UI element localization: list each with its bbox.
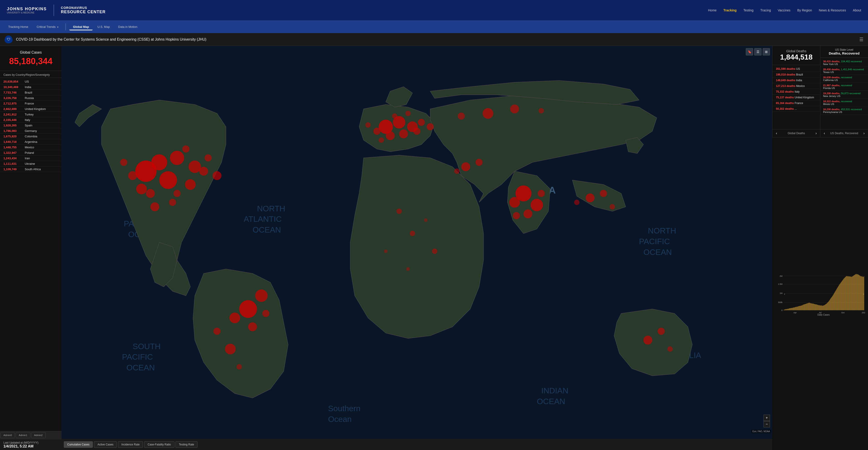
us-deaths: 26,638 deaths, <box>823 76 840 79</box>
nav-about[interactable]: About <box>853 8 861 12</box>
subnav-critical-trends[interactable]: Critical Trends ▾ <box>33 23 62 30</box>
svg-rect-216 <box>862 276 862 310</box>
deaths-nav-label: Global Deaths <box>787 132 805 135</box>
svg-rect-141 <box>810 303 811 310</box>
svg-text:OCEAN: OCEAN <box>253 225 281 234</box>
country-list-item[interactable]: 1,786,083 Germany <box>0 128 62 134</box>
us-prev-arrow[interactable]: ‹ <box>824 131 825 135</box>
svg-rect-120 <box>796 307 797 310</box>
country-list-item[interactable]: 1,448,755 Mexico <box>0 145 62 150</box>
svg-rect-102 <box>784 310 784 310</box>
svg-point-57 <box>399 130 408 138</box>
nav-vaccines[interactable]: Vaccines <box>778 8 790 12</box>
svg-point-47 <box>229 313 240 324</box>
us-list: 38,415 deaths, 104,402 recoveredNew York… <box>820 58 868 129</box>
map-tab-incidence-rate[interactable]: Incidence Rate <box>118 441 143 448</box>
map-tab-case-fatality-ratio[interactable]: Case-Fatality Ratio <box>144 441 174 448</box>
svg-point-56 <box>386 131 395 140</box>
country-list-item[interactable]: 1,109,749 South Africa <box>0 167 62 172</box>
country-name: Poland <box>24 151 34 154</box>
deaths-prev-arrow[interactable]: ‹ <box>776 131 777 135</box>
subnav-us-map[interactable]: U.S. Map <box>94 23 113 30</box>
svg-rect-146 <box>814 304 814 310</box>
country-list-item[interactable]: 2,712,975 France <box>0 101 62 106</box>
zoom-in-button[interactable]: + <box>764 415 770 421</box>
svg-rect-131 <box>804 305 804 310</box>
svg-rect-198 <box>849 277 850 310</box>
deaths-next-arrow[interactable]: › <box>815 131 817 135</box>
svg-rect-132 <box>804 304 805 310</box>
nav-home[interactable]: Home <box>708 8 717 12</box>
country-list-item[interactable]: 1,322,947 Poland <box>0 150 62 156</box>
svg-point-67 <box>510 105 519 113</box>
country-list-item[interactable]: 1,243,434 Iran <box>0 156 62 161</box>
country-list-item[interactable]: 1,675,820 Colombia <box>0 134 62 139</box>
country-list-item[interactable]: 7,733,746 Brazil <box>0 90 62 95</box>
svg-rect-123 <box>798 306 799 310</box>
us-deaths: 21,987 deaths, <box>823 84 840 87</box>
admin-tab[interactable]: Admin0 <box>0 432 15 438</box>
us-recovered: 104,402 recovered <box>841 60 862 63</box>
nav-news-resources[interactable]: News & Resources <box>819 8 846 12</box>
country-list-item[interactable]: 10,340,469 India <box>0 84 62 90</box>
nav-tracking[interactable]: Tracking <box>723 8 737 12</box>
map-tab-active-cases[interactable]: Active Cases <box>94 441 117 448</box>
svg-text:PACIFIC: PACIFIC <box>639 237 670 246</box>
country-cases: 1,675,820 <box>3 135 24 138</box>
subnav-tracking-home[interactable]: Tracking Home <box>5 23 32 30</box>
country-list-item[interactable]: 2,662,699 United Kingdom <box>0 106 62 112</box>
sub-nav-divider <box>65 24 66 30</box>
country-list-item[interactable]: 2,241,912 Turkey <box>0 112 62 117</box>
subnav-data-in-motion[interactable]: Data in Motion <box>115 23 141 30</box>
deaths-country: ... <box>795 107 797 110</box>
svg-rect-189 <box>843 279 844 310</box>
svg-rect-119 <box>795 307 796 310</box>
right-panels: Global Deaths 1,844,518 351,590 deaths U… <box>772 46 868 450</box>
svg-point-73 <box>524 209 532 218</box>
country-list-item[interactable]: 3,226,758 Russia <box>0 95 62 101</box>
global-cases-number: 85,180,344 <box>5 56 57 66</box>
admin-tab[interactable]: Admin1 <box>16 432 30 438</box>
svg-point-74 <box>538 190 545 197</box>
svg-point-49 <box>262 310 270 317</box>
deaths-count: 65,164 deaths <box>776 102 794 105</box>
svg-rect-173 <box>832 296 833 310</box>
country-name: Ukraine <box>24 162 35 165</box>
grid-icon[interactable]: ⊞ <box>763 48 770 55</box>
nav-testing[interactable]: Testing <box>743 8 753 12</box>
deaths-label: Global Deaths <box>776 49 817 53</box>
us-recovered: recovered <box>841 76 852 79</box>
country-list-item[interactable]: 1,928,265 Spain <box>0 123 62 128</box>
nav-tracing[interactable]: Tracing <box>761 8 771 12</box>
svg-rect-130 <box>803 305 803 310</box>
svg-text:NORTH: NORTH <box>257 204 285 213</box>
map-tab-cumulative-cases[interactable]: Cumulative Cases <box>64 441 93 448</box>
svg-rect-196 <box>848 277 848 310</box>
bookmark-icon[interactable]: 🔖 <box>746 48 753 55</box>
us-recovered: recovered <box>841 84 852 87</box>
svg-rect-127 <box>801 306 801 310</box>
deaths-count: 196,018 deaths <box>776 73 795 76</box>
us-next-arrow[interactable]: › <box>863 131 865 135</box>
svg-rect-182 <box>838 286 839 310</box>
admin-tab[interactable]: Admin2 <box>31 432 45 438</box>
country-list-item[interactable]: 1,640,718 Argentina <box>0 139 62 145</box>
country-cases: 10,340,469 <box>3 85 24 89</box>
svg-point-50 <box>225 344 236 355</box>
zoom-out-button[interactable]: − <box>764 421 770 427</box>
country-list-item[interactable]: 1,111,631 Ukraine <box>0 161 62 167</box>
us-list-item: 21,987 deaths, recoveredFlorida US <box>820 83 868 91</box>
menu-icon[interactable]: ☰ <box>859 37 863 42</box>
country-list-item[interactable]: 20,639,854 US <box>0 79 62 84</box>
nav-by-region[interactable]: By Region <box>797 8 812 12</box>
country-list-item[interactable]: 2,155,446 Italy <box>0 117 62 123</box>
map-tab-testing-rate[interactable]: Testing Rate <box>176 441 198 448</box>
list-icon[interactable]: ☰ <box>754 48 762 55</box>
svg-text:SOUTH: SOUTH <box>133 342 161 351</box>
svg-rect-206 <box>855 275 855 310</box>
country-name: Mexico <box>24 146 34 149</box>
country-cases: 1,928,265 <box>3 124 24 127</box>
svg-rect-213 <box>860 276 860 310</box>
svg-rect-163 <box>825 304 826 310</box>
subnav-global-map[interactable]: Global Map <box>69 23 93 30</box>
